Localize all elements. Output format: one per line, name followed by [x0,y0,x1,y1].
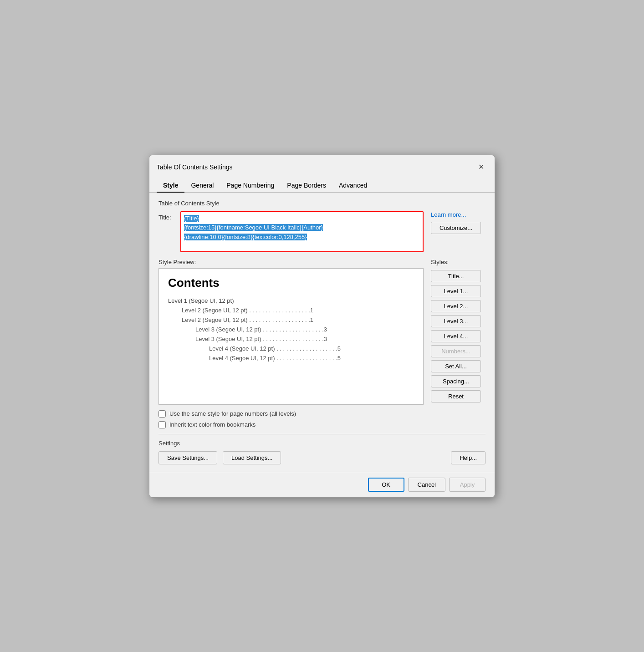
preview-level-2a: Level 2 (Segoe UI, 12 pt) . . . . . . . … [182,307,414,314]
tab-general[interactable]: General [184,179,220,193]
preview-level-1a: Level 1 (Segoe UI, 12 pt) [168,297,414,304]
checkbox-same-style-label: Use the same style for page numbers (all… [169,410,296,417]
tab-content-style: Table of Contents Style Title: {Title} {… [149,193,495,472]
ok-button[interactable]: OK [368,478,404,492]
style-btn-title[interactable]: Title... [431,270,481,282]
tab-page-borders[interactable]: Page Borders [281,179,332,193]
customize-button[interactable]: Customize... [431,222,481,234]
settings-section-label: Settings [158,440,486,447]
dialog-window: Table Of Contents Settings ✕ Style Gener… [149,155,495,498]
checkbox-same-style[interactable] [158,410,166,418]
tab-page-numbering[interactable]: Page Numbering [220,179,281,193]
title-line2: {fontsize:15}{fontname:Segoe UI Black It… [184,224,323,231]
dialog-footer: OK Cancel Apply [149,472,495,497]
style-btn-spacing[interactable]: Spacing... [431,375,481,387]
checkbox-inherit-color[interactable] [158,421,166,428]
help-btn-wrapper: Help... [451,451,486,464]
left-panel: Style Preview: Contents Level 1 (Segoe U… [158,259,424,428]
style-btn-level4[interactable]: Level 4... [431,330,481,342]
checkbox-same-style-row[interactable]: Use the same style for page numbers (all… [158,410,424,418]
main-content-area: Style Preview: Contents Level 1 (Segoe U… [158,259,486,428]
checkbox-inherit-color-row[interactable]: Inherit text color from bookmarks [158,421,424,428]
title-line3: {drawline:10,0}{fontsize:8}{textcolor:0,… [184,234,307,240]
top-right-actions: Learn more... Customize... [431,211,486,234]
preview-level-4a: Level 4 (Segoe UI, 12 pt) . . . . . . . … [209,345,414,352]
preview-level-4b: Level 4 (Segoe UI, 12 pt) . . . . . . . … [209,355,414,362]
preview-level-2b: Level 2 (Segoe UI, 12 pt) . . . . . . . … [182,316,414,323]
style-btn-reset[interactable]: Reset [431,390,481,402]
load-settings-button[interactable]: Load Settings... [223,451,281,464]
settings-buttons: Save Settings... Load Settings... [158,451,281,464]
style-btn-level2[interactable]: Level 2... [431,300,481,312]
style-btn-setall[interactable]: Set All... [431,360,481,372]
apply-button[interactable]: Apply [449,478,486,492]
preview-level-3a: Level 3 (Segoe UI, 12 pt) . . . . . . . … [195,326,414,333]
preview-label: Style Preview: [158,259,424,265]
save-settings-button[interactable]: Save Settings... [158,451,217,464]
style-btn-numbers: Numbers... [431,345,481,357]
section-label-toc-style: Table of Contents Style [158,200,486,207]
tab-style[interactable]: Style [157,179,184,193]
title-field-label: Title: [158,211,177,221]
style-btn-level1[interactable]: Level 1... [431,285,481,297]
checkboxes-area: Use the same style for page numbers (all… [158,410,424,428]
preview-level-3b: Level 3 (Segoe UI, 12 pt) . . . . . . . … [195,336,414,342]
cancel-button[interactable]: Cancel [408,478,445,492]
learn-more-link[interactable]: Learn more... [431,211,466,218]
divider [158,434,486,434]
title-line1: {Title} [184,215,199,222]
close-button[interactable]: ✕ [475,161,487,173]
title-bar: Table Of Contents Settings ✕ [149,155,495,173]
tabs-bar: Style General Page Numbering Page Border… [149,175,495,193]
help-button[interactable]: Help... [451,451,486,464]
tab-advanced[interactable]: Advanced [332,179,373,193]
styles-panel: Styles: Title... Level 1... Level 2... L… [431,259,486,428]
title-editor-box[interactable]: {Title} {fontsize:15}{fontname:Segoe UI … [180,211,424,252]
style-btn-level3[interactable]: Level 3... [431,315,481,327]
dialog-title: Table Of Contents Settings [157,163,233,171]
settings-row: Save Settings... Load Settings... Help..… [158,451,486,464]
preview-box: Contents Level 1 (Segoe UI, 12 pt) Level… [158,268,424,405]
styles-panel-label: Styles: [431,259,486,265]
preview-title-text: Contents [168,276,414,290]
checkbox-inherit-color-label: Inherit text color from bookmarks [169,421,256,428]
title-text-content: {Title} {fontsize:15}{fontname:Segoe UI … [184,214,420,242]
